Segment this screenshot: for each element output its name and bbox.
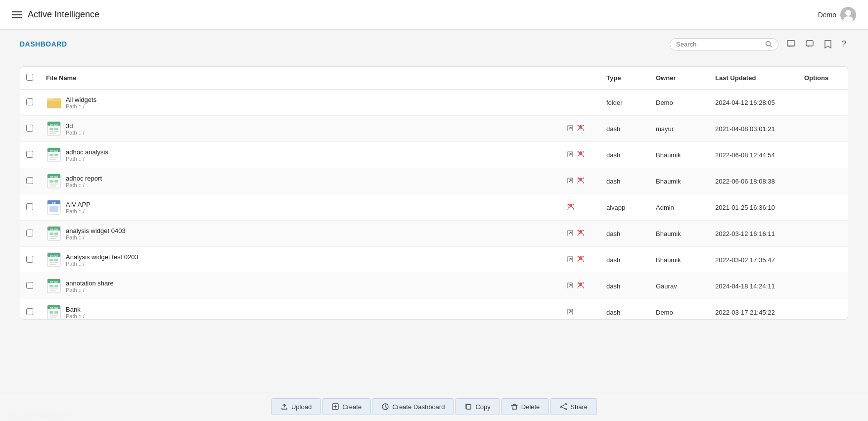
row-checkbox-cell [20,142,40,168]
row-actions-cell [561,299,600,320]
file-path: Path :: / [66,287,114,293]
row-type: dash [600,142,650,168]
svg-rect-34 [49,186,56,187]
row-checkbox-cell [20,273,40,299]
row-updated: 2024-04-18 14:24:11 [709,273,798,299]
table-scroll[interactable]: File Name Type Owner Last Updated Option… [20,67,848,319]
svg-rect-33 [49,184,58,185]
row-updated: 2022-03-02 17:35:47 [709,247,798,273]
svg-point-1 [845,10,851,16]
share-person-icon[interactable] [577,281,585,291]
svg-rect-32 [54,180,58,183]
external-link-icon[interactable] [567,256,574,264]
row-checkbox-cell [20,116,40,142]
hamburger-menu[interactable] [12,11,22,18]
row-actions-cell [561,247,600,273]
row-checkbox-cell [20,221,40,247]
row-options [798,90,848,116]
svg-point-37 [578,177,579,179]
svg-point-54 [578,230,579,231]
svg-rect-41 [49,206,58,212]
header-right: Demo [818,7,856,23]
row-updated: 2021-04-08 03:01:21 [709,116,798,142]
row-options [798,142,848,168]
svg-rect-13 [49,131,58,132]
file-name: annotation share [66,280,114,287]
external-link-icon[interactable] [567,308,574,317]
row-checkbox[interactable] [26,151,33,158]
row-checkbox[interactable] [26,282,33,289]
share-person-icon[interactable] [577,124,585,134]
share-person-icon[interactable] [577,255,585,265]
share-person-icon[interactable] [577,229,585,238]
svg-rect-71 [49,290,56,291]
row-owner: Bhaumik [650,168,709,194]
table-row: DA·SH analysis widget 0403 Path :: / das… [20,221,848,247]
file-path: Path :: / [66,130,85,136]
row-options [798,299,848,320]
row-type: dash [600,168,650,194]
svg-rect-60 [49,262,58,263]
chat-icon-btn[interactable] [784,38,797,50]
header-updated: Last Updated [709,67,798,90]
search-box[interactable] [670,38,778,50]
select-all-checkbox[interactable] [26,74,33,81]
svg-line-4 [770,46,772,47]
search-input[interactable] [676,41,762,48]
svg-rect-22 [54,154,58,156]
table-row: DA·SH adhoc report Path :: / dash Bhaumi… [20,168,848,194]
svg-rect-7 [47,101,61,108]
table-row: DA·SH annotation share Path :: / dash Ga… [20,273,848,299]
row-checkbox[interactable] [26,125,33,132]
external-link-icon[interactable] [567,177,574,186]
header-options: Options [798,67,848,90]
svg-rect-59 [54,259,58,261]
row-name-cell: DA·SH Analysis widget test 0203 Path :: … [40,247,561,273]
row-checkbox[interactable] [26,230,33,236]
file-path: Path :: / [66,103,96,109]
svg-point-15 [579,125,582,128]
svg-rect-5 [806,41,813,46]
row-options [798,273,848,299]
svg-rect-31 [49,180,53,183]
share-person-icon[interactable] [567,203,575,212]
share-person-icon[interactable] [577,177,585,186]
row-options [798,116,848,142]
svg-point-16 [583,125,584,126]
svg-rect-51 [49,238,56,239]
row-checkbox[interactable] [26,177,33,184]
external-link-icon[interactable] [567,282,574,290]
file-path: Path :: / [66,234,126,240]
svg-point-64 [578,256,579,257]
file-name: adhoc report [66,175,102,182]
file-name: Bank [66,306,85,313]
svg-point-63 [583,256,584,257]
header-checkbox-col [20,67,40,90]
row-updated: 2022-03-12 16:16:11 [709,221,798,247]
row-updated: 2024-04-12 16:28:05 [709,90,798,116]
table-row: DA·SH adhoc analysis Path :: / dash Bhau… [20,142,848,168]
external-link-icon[interactable] [567,151,574,159]
row-owner: Gaurav [650,273,709,299]
share-person-icon[interactable] [577,150,585,160]
external-link-icon[interactable] [567,125,574,133]
svg-rect-21 [49,154,53,156]
file-type-icon: DA·SH [46,173,62,189]
file-name: 3d [66,122,85,130]
row-checkbox[interactable] [26,203,33,210]
row-checkbox[interactable] [26,308,33,315]
external-link-icon[interactable] [567,230,574,238]
svg-text:DA·SH: DA·SH [50,149,58,152]
svg-rect-80 [49,315,58,316]
row-checkbox[interactable] [26,98,33,105]
row-type: aivapp [600,194,650,221]
help-icon-btn[interactable]: ? [840,38,848,50]
file-type-icon: DA·SH [46,252,62,268]
comment-icon-btn[interactable] [803,38,816,50]
row-checkbox[interactable] [26,256,33,263]
svg-point-72 [579,282,582,285]
subheader-right: ? [670,38,848,50]
bookmark-icon-btn[interactable] [822,38,834,50]
svg-point-44 [568,203,569,205]
svg-rect-68 [49,285,53,287]
